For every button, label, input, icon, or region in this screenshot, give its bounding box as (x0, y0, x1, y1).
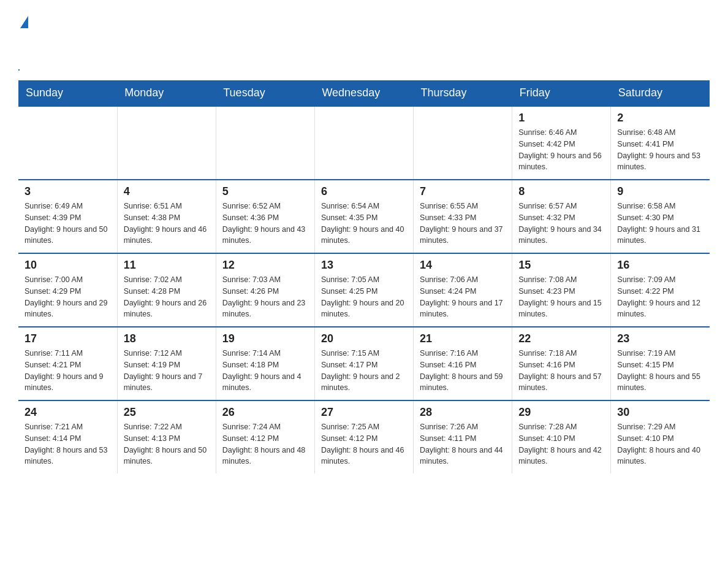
calendar-cell: 2Sunrise: 6:48 AMSunset: 4:41 PMDaylight… (611, 106, 710, 180)
weekday-header-thursday: Thursday (414, 80, 512, 106)
day-number: 23 (617, 332, 703, 345)
calendar-cell: 27Sunrise: 7:25 AMSunset: 4:12 PMDayligh… (314, 400, 413, 473)
day-number: 20 (321, 332, 407, 345)
calendar-cell: 4Sunrise: 6:51 AMSunset: 4:38 PMDaylight… (117, 180, 216, 253)
calendar-cell: 12Sunrise: 7:03 AMSunset: 4:26 PMDayligh… (216, 253, 314, 327)
day-info: Sunrise: 6:57 AMSunset: 4:32 PMDaylight:… (518, 201, 604, 247)
calendar-cell: 18Sunrise: 7:12 AMSunset: 4:19 PMDayligh… (117, 327, 216, 400)
week-row-3: 10Sunrise: 7:00 AMSunset: 4:29 PMDayligh… (18, 253, 710, 327)
day-number: 5 (222, 185, 308, 198)
day-info: Sunrise: 7:06 AMSunset: 4:24 PMDaylight:… (420, 274, 506, 320)
calendar-cell (216, 106, 314, 180)
calendar-cell: 17Sunrise: 7:11 AMSunset: 4:21 PMDayligh… (18, 327, 117, 400)
week-row-2: 3Sunrise: 6:49 AMSunset: 4:39 PMDaylight… (18, 180, 710, 253)
day-number: 14 (420, 259, 506, 272)
calendar-cell: 26Sunrise: 7:24 AMSunset: 4:12 PMDayligh… (216, 400, 314, 473)
day-info: Sunrise: 7:15 AMSunset: 4:17 PMDaylight:… (321, 348, 407, 394)
day-info: Sunrise: 7:08 AMSunset: 4:23 PMDaylight:… (518, 274, 604, 320)
day-number: 25 (124, 406, 210, 419)
calendar-cell: 6Sunrise: 6:54 AMSunset: 4:35 PMDaylight… (314, 180, 413, 253)
day-info: Sunrise: 6:46 AMSunset: 4:42 PMDaylight:… (518, 127, 604, 173)
calendar-body: 1Sunrise: 6:46 AMSunset: 4:42 PMDaylight… (18, 106, 710, 473)
calendar-cell: 15Sunrise: 7:08 AMSunset: 4:23 PMDayligh… (512, 253, 611, 327)
calendar-cell: 9Sunrise: 6:58 AMSunset: 4:30 PMDaylight… (611, 180, 710, 253)
day-info: Sunrise: 7:02 AMSunset: 4:28 PMDaylight:… (124, 274, 210, 320)
calendar-cell: 5Sunrise: 6:52 AMSunset: 4:36 PMDaylight… (216, 180, 314, 253)
day-info: Sunrise: 7:21 AMSunset: 4:14 PMDaylight:… (25, 421, 111, 467)
calendar-cell (18, 106, 117, 180)
week-row-1: 1Sunrise: 6:46 AMSunset: 4:42 PMDaylight… (18, 106, 710, 180)
calendar-cell: 16Sunrise: 7:09 AMSunset: 4:22 PMDayligh… (611, 253, 710, 327)
day-number: 10 (25, 259, 111, 272)
day-number: 28 (420, 406, 506, 419)
calendar-cell (314, 106, 413, 180)
day-number: 6 (321, 185, 407, 198)
calendar-cell: 7Sunrise: 6:55 AMSunset: 4:33 PMDaylight… (414, 180, 512, 253)
week-row-5: 24Sunrise: 7:21 AMSunset: 4:14 PMDayligh… (18, 400, 710, 473)
day-number: 30 (617, 406, 703, 419)
day-info: Sunrise: 6:55 AMSunset: 4:33 PMDaylight:… (420, 201, 506, 247)
weekday-header-tuesday: Tuesday (216, 80, 314, 106)
calendar-cell: 3Sunrise: 6:49 AMSunset: 4:39 PMDaylight… (18, 180, 117, 253)
day-number: 12 (222, 259, 308, 272)
logo: General (18, 12, 87, 71)
day-info: Sunrise: 7:03 AMSunset: 4:26 PMDaylight:… (222, 274, 308, 320)
day-info: Sunrise: 6:58 AMSunset: 4:30 PMDaylight:… (617, 201, 703, 247)
day-number: 2 (617, 112, 703, 124)
calendar-cell: 25Sunrise: 7:22 AMSunset: 4:13 PMDayligh… (117, 400, 216, 473)
calendar-cell: 10Sunrise: 7:00 AMSunset: 4:29 PMDayligh… (18, 253, 117, 327)
day-number: 4 (124, 185, 210, 198)
day-number: 11 (124, 259, 210, 272)
weekday-header-sunday: Sunday (18, 80, 117, 106)
day-info: Sunrise: 7:18 AMSunset: 4:16 PMDaylight:… (518, 348, 604, 394)
calendar-cell (414, 106, 512, 180)
day-number: 27 (321, 406, 407, 419)
day-info: Sunrise: 6:49 AMSunset: 4:39 PMDaylight:… (25, 201, 111, 247)
day-number: 9 (617, 185, 703, 198)
day-number: 22 (518, 332, 604, 345)
day-info: Sunrise: 7:16 AMSunset: 4:16 PMDaylight:… (420, 348, 506, 394)
day-info: Sunrise: 7:22 AMSunset: 4:13 PMDaylight:… (124, 421, 210, 467)
day-number: 13 (321, 259, 407, 272)
day-info: Sunrise: 7:26 AMSunset: 4:11 PMDaylight:… (420, 421, 506, 467)
weekday-header-wednesday: Wednesday (314, 80, 413, 106)
day-info: Sunrise: 7:09 AMSunset: 4:22 PMDaylight:… (617, 274, 703, 320)
calendar-cell: 14Sunrise: 7:06 AMSunset: 4:24 PMDayligh… (414, 253, 512, 327)
day-info: Sunrise: 7:25 AMSunset: 4:12 PMDaylight:… (321, 421, 407, 467)
calendar-cell: 22Sunrise: 7:18 AMSunset: 4:16 PMDayligh… (512, 327, 611, 400)
day-number: 29 (518, 406, 604, 419)
calendar-table: SundayMondayTuesdayWednesdayThursdayFrid… (18, 80, 710, 473)
calendar-cell: 24Sunrise: 7:21 AMSunset: 4:14 PMDayligh… (18, 400, 117, 473)
day-info: Sunrise: 7:05 AMSunset: 4:25 PMDaylight:… (321, 274, 407, 320)
calendar-cell: 1Sunrise: 6:46 AMSunset: 4:42 PMDaylight… (512, 106, 611, 180)
calendar-cell (117, 106, 216, 180)
day-number: 3 (25, 185, 111, 198)
weekday-header-row: SundayMondayTuesdayWednesdayThursdayFrid… (18, 80, 710, 106)
day-info: Sunrise: 6:52 AMSunset: 4:36 PMDaylight:… (222, 201, 308, 247)
calendar-cell: 28Sunrise: 7:26 AMSunset: 4:11 PMDayligh… (414, 400, 512, 473)
day-number: 21 (420, 332, 506, 345)
calendar-header: SundayMondayTuesdayWednesdayThursdayFrid… (18, 80, 710, 106)
calendar-cell: 11Sunrise: 7:02 AMSunset: 4:28 PMDayligh… (117, 253, 216, 327)
weekday-header-friday: Friday (512, 80, 611, 106)
day-info: Sunrise: 7:14 AMSunset: 4:18 PMDaylight:… (222, 348, 308, 394)
header: General (18, 12, 710, 71)
day-info: Sunrise: 6:54 AMSunset: 4:35 PMDaylight:… (321, 201, 407, 247)
day-info: Sunrise: 7:24 AMSunset: 4:12 PMDaylight:… (222, 421, 308, 467)
day-info: Sunrise: 7:29 AMSunset: 4:10 PMDaylight:… (617, 421, 703, 467)
day-info: Sunrise: 7:11 AMSunset: 4:21 PMDaylight:… (25, 348, 111, 394)
day-number: 18 (124, 332, 210, 345)
day-number: 24 (25, 406, 111, 419)
day-number: 26 (222, 406, 308, 419)
day-info: Sunrise: 7:00 AMSunset: 4:29 PMDaylight:… (25, 274, 111, 320)
day-info: Sunrise: 6:51 AMSunset: 4:38 PMDaylight:… (124, 201, 210, 247)
day-number: 7 (420, 185, 506, 198)
week-row-4: 17Sunrise: 7:11 AMSunset: 4:21 PMDayligh… (18, 327, 710, 400)
day-info: Sunrise: 6:48 AMSunset: 4:41 PMDaylight:… (617, 127, 703, 173)
day-number: 15 (518, 259, 604, 272)
calendar-cell: 21Sunrise: 7:16 AMSunset: 4:16 PMDayligh… (414, 327, 512, 400)
weekday-header-monday: Monday (117, 80, 216, 106)
calendar-cell: 29Sunrise: 7:28 AMSunset: 4:10 PMDayligh… (512, 400, 611, 473)
weekday-header-saturday: Saturday (611, 80, 710, 106)
calendar-cell: 19Sunrise: 7:14 AMSunset: 4:18 PMDayligh… (216, 327, 314, 400)
